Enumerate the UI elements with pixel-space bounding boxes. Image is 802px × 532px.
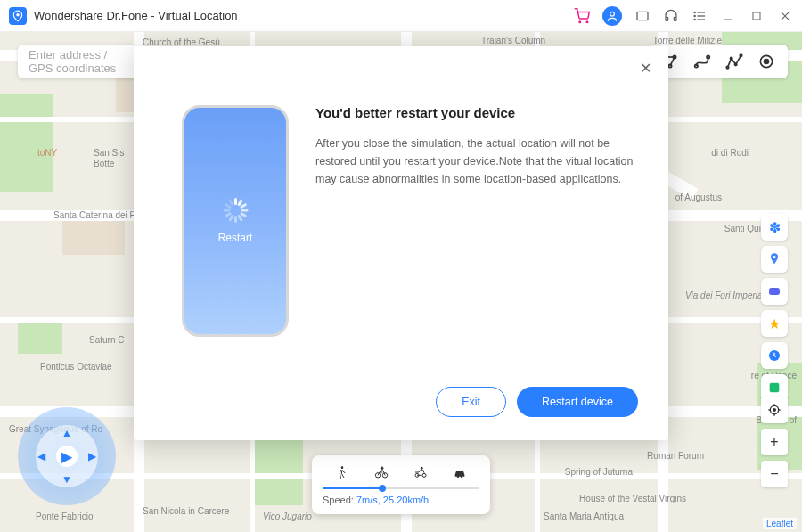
svg-rect-33 bbox=[770, 383, 780, 393]
spinner-icon bbox=[223, 198, 248, 223]
headset-icon[interactable] bbox=[663, 8, 679, 24]
cart-icon[interactable] bbox=[574, 8, 590, 24]
speed-modes bbox=[323, 462, 479, 482]
mode-toolbar bbox=[649, 45, 788, 78]
svg-point-10 bbox=[694, 12, 695, 12]
modal-close-icon[interactable]: ✕ bbox=[636, 59, 654, 77]
map-label: Vico Jugario bbox=[263, 512, 312, 521]
map-park bbox=[0, 94, 53, 192]
map-label: Ponte Fabricio bbox=[36, 512, 93, 521]
snowflake-icon[interactable]: ✽ bbox=[761, 214, 788, 241]
svg-point-29 bbox=[765, 60, 769, 64]
modal-body: After you close the simulation, the actu… bbox=[315, 135, 638, 188]
maximize-icon[interactable] bbox=[749, 8, 765, 24]
search-placeholder: Enter address / GPS coordinates bbox=[29, 48, 127, 75]
route-icon[interactable] bbox=[693, 53, 711, 70]
slider-fill bbox=[323, 487, 382, 489]
svg-rect-5 bbox=[666, 17, 668, 20]
joystick-left-icon[interactable]: ◀ bbox=[37, 450, 45, 462]
modal-heading: You'd better restart your device bbox=[315, 105, 638, 120]
map-label: Botte bbox=[94, 159, 114, 168]
svg-point-3 bbox=[610, 12, 615, 16]
user-icon[interactable] bbox=[602, 6, 622, 26]
svg-line-21 bbox=[670, 57, 675, 66]
map-label: House of the Vestal Virgins bbox=[579, 494, 686, 503]
leaflet-attribution[interactable]: Leaflet bbox=[763, 518, 797, 529]
map-label: Santa Maria Antiqua bbox=[544, 512, 624, 521]
restart-modal: ✕ Restart bbox=[134, 46, 668, 440]
svg-point-45 bbox=[422, 473, 426, 477]
zoom-out-icon[interactable]: − bbox=[761, 461, 788, 487]
app-title: Wondershare Dr.Fone - Virtual Location bbox=[34, 9, 574, 22]
svg-point-40 bbox=[341, 466, 344, 469]
map-label: Roman Forum bbox=[647, 451, 704, 461]
locate-icon[interactable] bbox=[761, 397, 788, 423]
titlebar-actions bbox=[574, 6, 793, 26]
map-park bbox=[250, 434, 303, 505]
star-icon[interactable]: ★ bbox=[761, 310, 788, 337]
phone-label: Restart bbox=[218, 232, 253, 244]
svg-point-43 bbox=[381, 467, 383, 470]
map-label: Ponticus Octaviae bbox=[40, 362, 112, 372]
joystick-up-icon[interactable]: ▲ bbox=[61, 427, 72, 439]
bike-icon[interactable] bbox=[372, 462, 391, 482]
joystick-right-icon[interactable]: ▶ bbox=[88, 450, 96, 462]
map-label: Via dei Fori Imperiali bbox=[685, 291, 766, 300]
teleport-icon[interactable] bbox=[757, 53, 775, 70]
minimize-icon[interactable] bbox=[720, 8, 736, 24]
svg-point-41 bbox=[375, 473, 380, 478]
walk-icon[interactable] bbox=[332, 462, 352, 482]
google-maps-icon[interactable] bbox=[761, 246, 788, 273]
map-park bbox=[18, 318, 62, 354]
clock-icon[interactable] bbox=[761, 342, 788, 369]
svg-point-12 bbox=[694, 19, 695, 20]
joystick-play-icon[interactable]: ▶ bbox=[56, 446, 78, 467]
close-icon[interactable] bbox=[777, 8, 793, 24]
map-label: San Nicola in Carcere bbox=[143, 506, 229, 516]
svg-point-0 bbox=[16, 13, 20, 17]
svg-point-27 bbox=[740, 54, 742, 57]
svg-point-42 bbox=[382, 473, 387, 478]
svg-point-11 bbox=[694, 15, 695, 16]
svg-point-30 bbox=[773, 256, 776, 258]
phone-illustration: Restart bbox=[182, 105, 289, 337]
map-label: toNY bbox=[37, 148, 57, 158]
screen-icon[interactable] bbox=[634, 8, 651, 24]
svg-rect-6 bbox=[674, 17, 676, 20]
svg-point-35 bbox=[773, 409, 776, 412]
map-label: Spring of Juturna bbox=[565, 467, 633, 477]
speed-slider[interactable] bbox=[323, 487, 479, 489]
car-icon[interactable] bbox=[450, 462, 470, 482]
motorbike-icon[interactable] bbox=[411, 462, 430, 482]
restart-device-button[interactable]: Restart device bbox=[517, 387, 638, 417]
svg-point-46 bbox=[421, 467, 422, 469]
joystick[interactable]: ▶ ▲ ▼ ◀ ▶ bbox=[18, 407, 116, 505]
discord-icon[interactable] bbox=[761, 278, 788, 305]
svg-point-1 bbox=[579, 21, 581, 23]
slider-thumb[interactable] bbox=[379, 485, 386, 492]
map-label: San Sis bbox=[94, 148, 124, 158]
speed-bar: Speed: 7m/s, 25.20km/h bbox=[312, 455, 490, 514]
side-panel: ✽ ★ bbox=[761, 214, 788, 401]
app-logo bbox=[9, 7, 27, 25]
path-icon[interactable] bbox=[725, 53, 743, 70]
map-label: di di Rodi bbox=[711, 148, 749, 158]
search-input[interactable]: Enter address / GPS coordinates bbox=[18, 45, 138, 78]
map-label: Trajan's Column bbox=[481, 36, 545, 45]
zoom-in-icon[interactable]: + bbox=[761, 429, 788, 455]
svg-rect-4 bbox=[637, 12, 648, 20]
joystick-down-icon[interactable]: ▼ bbox=[61, 473, 72, 486]
map-label: of Augustus bbox=[675, 192, 722, 202]
map-label: Saturn C bbox=[89, 335, 124, 345]
svg-point-2 bbox=[586, 21, 588, 23]
zoom-controls: + − bbox=[761, 397, 788, 487]
svg-rect-14 bbox=[753, 12, 760, 20]
exit-button[interactable]: Exit bbox=[436, 387, 506, 417]
menu-icon[interactable] bbox=[692, 8, 708, 24]
title-bar: Wondershare Dr.Fone - Virtual Location bbox=[0, 0, 802, 32]
speed-label: Speed: 7m/s, 25.20km/h bbox=[323, 495, 479, 505]
svg-rect-31 bbox=[769, 288, 780, 295]
